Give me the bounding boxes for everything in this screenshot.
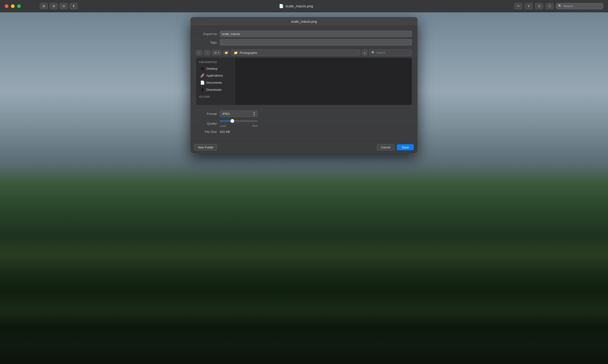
title-file-icon: 📄 <box>279 4 284 8</box>
tags-label: Tags: <box>196 41 217 44</box>
zoom-out-icon: ⊖ <box>62 4 65 8</box>
format-label: Format: <box>196 112 217 116</box>
quality-labels: Least Best <box>220 124 258 127</box>
tags-row: Tags: <box>196 39 412 45</box>
downloads-icon: ⬇ <box>200 88 204 92</box>
export-as-input[interactable] <box>220 31 412 37</box>
search-bar[interactable]: 🔍 Search <box>556 3 603 9</box>
expand-icon: ▲ <box>364 52 366 54</box>
new-folder-button[interactable]: New Folder <box>194 144 217 150</box>
view-mode-chevron: ▾ <box>218 51 219 54</box>
filesize-label: File Size: <box>196 130 217 133</box>
search-placeholder: Search <box>563 4 573 8</box>
export-as-row: Export As: <box>196 31 412 37</box>
dialog-bottom: New Folder Cancel Save <box>190 141 418 153</box>
forward-button[interactable]: › <box>204 50 210 55</box>
documents-icon: 📄 <box>200 80 204 85</box>
quality-area: Least Best <box>220 120 412 127</box>
view-toggle-button[interactable]: ⊞ <box>40 3 48 9</box>
sidebar-downloads-label: Downloads <box>206 88 221 91</box>
browser-search-placeholder: Search <box>376 51 385 54</box>
quality-label: Quality: <box>196 122 217 125</box>
grid-icon: ⊞ <box>214 51 217 54</box>
save-dialog: scale_macos.png Export As: Tags: ‹ › <box>190 17 418 153</box>
path-folder-icon: 📁 <box>234 51 238 55</box>
quality-slider-track[interactable] <box>220 120 258 121</box>
dialog-overlay: scale_macos.png Export As: Tags: ‹ › <box>0 12 608 364</box>
forward-icon: › <box>207 51 208 54</box>
zoom-out-button[interactable]: ⊖ <box>60 3 68 9</box>
filesize-value: 421 KB <box>220 130 230 133</box>
path-selector[interactable]: 📁 Photographs ⌄ <box>231 50 360 56</box>
sidebar-item-applications[interactable]: 🚀 Applications <box>197 72 234 79</box>
sidebar-item-desktop[interactable]: 🖥 Desktop <box>197 65 234 72</box>
back-icon: ‹ <box>199 51 200 54</box>
info-icon: ⓘ <box>548 4 551 8</box>
share-icon: ⬆ <box>72 4 75 8</box>
export-as-label: Export As: <box>196 32 217 36</box>
cancel-button[interactable]: Cancel <box>377 144 394 150</box>
quality-least-label: Least <box>220 124 226 127</box>
edit-button[interactable]: ✏ <box>514 3 522 9</box>
title-bar-center: 📄 scale_macos.png <box>78 4 514 8</box>
title-bar-filename: scale_macos.png <box>285 4 313 8</box>
sidebar-item-downloads[interactable]: ⬇ Downloads <box>197 86 234 93</box>
desktop-icon: 🖥 <box>200 66 204 71</box>
edit-icon: ✏ <box>517 4 520 8</box>
location-icon: 📁 <box>225 51 228 54</box>
slider-ticks <box>220 122 258 123</box>
browser-toolbar: ‹ › ⊞ ▾ 📁 📁 Photographs ⌄ <box>196 48 412 58</box>
view-toggle-icon: ⊞ <box>42 4 45 8</box>
save-button[interactable]: Save <box>397 144 414 150</box>
share-button[interactable]: ⬆ <box>69 3 78 9</box>
back-button[interactable]: ‹ <box>196 50 202 55</box>
browser-area: Favourites 🖥 Desktop 🚀 Applications 📄 Do… <box>196 58 412 105</box>
markup-dropdown-button[interactable]: ▾ <box>525 3 533 9</box>
location-button[interactable]: 📁 <box>223 50 229 55</box>
filesize-row: File Size: 421 KB <box>196 130 412 133</box>
quality-best-label: Best <box>252 124 258 127</box>
zoom-in-button[interactable]: ⊕ <box>50 3 58 9</box>
dialog-title-bar: scale_macos.png <box>190 17 418 26</box>
maximize-button[interactable] <box>17 4 21 8</box>
format-select-value: JPEG <box>222 112 252 116</box>
close-button[interactable] <box>5 4 9 8</box>
icloud-label: iCloud <box>196 93 235 99</box>
dialog-content: Export As: Tags: ‹ › ⊞ ▾ <box>190 26 418 141</box>
format-row: Format: JPEG ▲ ▼ <box>196 111 412 117</box>
format-section: Format: JPEG ▲ ▼ Quality: <box>196 109 412 137</box>
applications-icon: 🚀 <box>200 73 204 78</box>
minimize-button[interactable] <box>11 4 15 8</box>
browser-search-field[interactable]: 🔍 Search <box>369 50 412 56</box>
path-text: Photographs <box>240 51 354 55</box>
zoom-in-icon: ⊕ <box>53 4 55 8</box>
crop-button[interactable]: ⊡ <box>535 3 543 9</box>
toolbar-left: ⊞ ⊕ ⊖ ⬆ <box>21 3 78 9</box>
sidebar: Favourites 🖥 Desktop 🚀 Applications 📄 Do… <box>196 58 235 105</box>
file-content-area[interactable] <box>235 58 412 105</box>
action-buttons: Cancel Save <box>377 144 414 150</box>
format-select[interactable]: JPEG ▲ ▼ <box>220 111 258 117</box>
select-arrows: ▲ ▼ <box>253 111 256 116</box>
sidebar-item-documents[interactable]: 📄 Documents <box>197 79 234 86</box>
expand-button[interactable]: ▲ <box>362 50 367 56</box>
path-chevron-icon: ⌄ <box>356 51 358 54</box>
info-button[interactable]: ⓘ <box>546 3 554 9</box>
quality-row: Quality: <box>196 120 412 127</box>
dialog-title: scale_macos.png <box>291 20 317 23</box>
traffic-lights <box>0 4 21 8</box>
favourites-label: Favourites <box>196 61 235 65</box>
browser-search-icon: 🔍 <box>371 51 375 54</box>
title-bar: ⊞ ⊕ ⊖ ⬆ 📄 scale_macos.png ✏ ▾ ⊡ ⓘ 🔍 Sear… <box>0 0 608 12</box>
crop-icon: ⊡ <box>538 4 540 8</box>
view-mode-button[interactable]: ⊞ ▾ <box>212 50 221 55</box>
sidebar-documents-label: Documents <box>206 81 222 84</box>
quality-slider-thumb[interactable] <box>230 119 234 123</box>
toolbar-right: ✏ ▾ ⊡ ⓘ 🔍 Search <box>514 3 608 9</box>
sidebar-applications-label: Applications <box>206 74 223 77</box>
search-icon: 🔍 <box>558 4 562 8</box>
tags-input[interactable] <box>220 39 412 45</box>
markup-dropdown-icon: ▾ <box>528 4 530 8</box>
sidebar-desktop-label: Desktop <box>206 67 218 70</box>
